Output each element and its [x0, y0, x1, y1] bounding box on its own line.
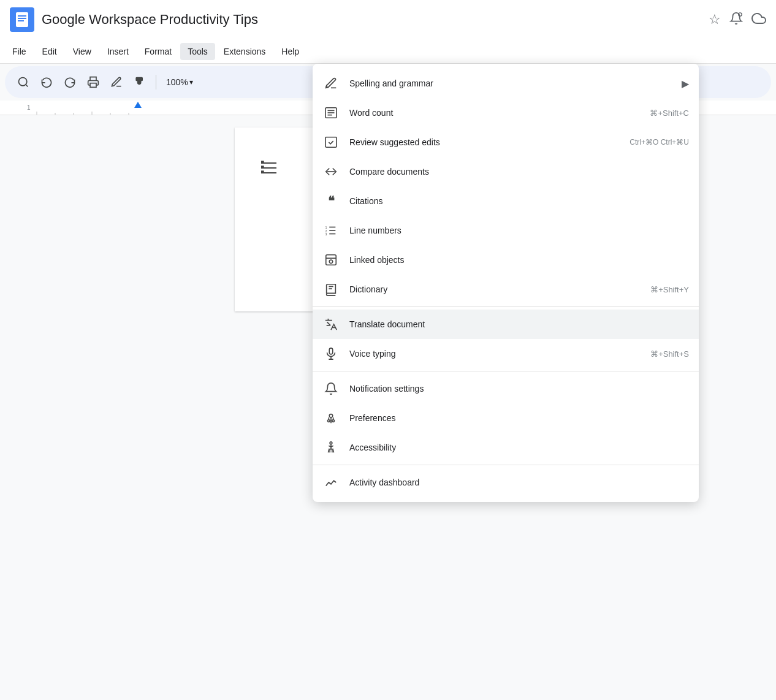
svg-rect-20 [262, 171, 264, 173]
bell-icon[interactable] [729, 12, 743, 28]
accessibility-label: Accessibility [349, 443, 689, 452]
separator-1 [313, 306, 699, 307]
citations-label: Citations [349, 196, 689, 206]
cloud-icon[interactable] [751, 11, 766, 29]
menu-item-translate[interactable]: Translate document [313, 310, 699, 339]
app-icon [10, 7, 34, 32]
menu-item-compare-docs[interactable]: Compare documents [313, 157, 699, 186]
zoom-value: 100% [166, 77, 188, 87]
menu-item-linked-objects[interactable]: Linked objects [313, 245, 699, 275]
menu-item-spelling-grammar[interactable]: A Spelling and grammar ▶ [313, 69, 699, 98]
title-bar: Google Workspace Productivity Tips ☆ [0, 0, 776, 39]
menu-item-word-count[interactable]: Word count ⌘+Shift+C [313, 98, 699, 127]
voice-typing-shortcut: ⌘+Shift+S [650, 349, 689, 359]
star-icon[interactable]: ☆ [709, 12, 721, 28]
activity-dashboard-icon [322, 474, 340, 491]
linked-objects-icon [322, 251, 340, 268]
doc-title: Google Workspace Productivity Tips [42, 12, 701, 28]
menu-item-preferences[interactable]: Preferences [313, 403, 699, 433]
menu-item-voice-typing[interactable]: Voice typing ⌘+Shift+S [313, 339, 699, 368]
menu-item-insert[interactable]: Insert [100, 43, 136, 60]
menu-item-line-numbers[interactable]: 1 2 3 Line numbers [313, 216, 699, 245]
linked-objects-label: Linked objects [349, 255, 689, 265]
menu-item-help[interactable]: Help [274, 43, 306, 60]
menu-bar: File Edit View Insert Format Tools Exten… [0, 39, 776, 64]
translate-label: Translate document [349, 319, 689, 329]
paint-format-button[interactable] [129, 71, 151, 93]
translate-icon [322, 316, 340, 333]
title-icons: ☆ [709, 11, 766, 29]
notifications-icon [322, 380, 340, 397]
word-count-label: Word count [349, 108, 640, 118]
zoom-control[interactable]: 100% ▾ [161, 75, 198, 89]
menu-item-edit[interactable]: Edit [35, 43, 64, 60]
separator-3 [313, 465, 699, 465]
svg-point-39 [328, 420, 330, 422]
menu-item-view[interactable]: View [66, 43, 99, 60]
tools-dropdown-menu: A Spelling and grammar ▶ Word count ⌘+Sh… [313, 64, 699, 502]
voice-typing-label: Voice typing [349, 349, 641, 359]
search-icon [17, 76, 29, 88]
line-numbers-icon: 1 2 3 [322, 222, 340, 239]
menu-item-dictionary[interactable]: Dictionary ⌘+Shift+Y [313, 275, 699, 304]
svg-marker-14 [134, 102, 142, 108]
review-edits-shortcut: Ctrl+⌘O Ctrl+⌘U [630, 138, 689, 146]
review-edits-icon [322, 134, 340, 151]
word-count-icon [322, 104, 340, 121]
spelling-grammar-label: Spelling and grammar [349, 78, 672, 88]
svg-text:2: 2 [325, 230, 327, 233]
zoom-dropdown-icon: ▾ [189, 78, 193, 86]
undo-icon [40, 76, 53, 88]
voice-typing-icon [322, 345, 340, 362]
svg-text:A: A [325, 84, 329, 88]
spellcheck-icon [110, 76, 123, 88]
menu-item-format[interactable]: Format [137, 43, 179, 60]
svg-point-40 [332, 420, 335, 422]
search-button[interactable] [12, 71, 34, 93]
svg-rect-4 [18, 20, 24, 21]
paint-format-icon [134, 76, 146, 88]
separator-2 [313, 371, 699, 371]
undo-button[interactable] [36, 71, 58, 93]
spelling-grammar-arrow: ▶ [682, 78, 689, 89]
print-button[interactable] [82, 71, 104, 93]
accessibility-icon [322, 439, 340, 456]
print-icon [87, 76, 99, 88]
word-count-shortcut: ⌘+Shift+C [650, 108, 689, 118]
svg-rect-19 [262, 166, 264, 168]
svg-rect-18 [262, 161, 264, 163]
svg-rect-1 [16, 12, 28, 27]
svg-line-45 [328, 449, 329, 452]
menu-item-extensions[interactable]: Extensions [216, 43, 273, 60]
spelling-grammar-icon: A [322, 75, 340, 92]
menu-item-tools[interactable]: Tools [180, 43, 215, 60]
line-numbers-label: Line numbers [349, 226, 689, 235]
spellcheck-button[interactable] [105, 71, 127, 93]
menu-item-notifications[interactable]: Notification settings [313, 374, 699, 403]
menu-item-activity-dashboard[interactable]: Activity dashboard [313, 468, 699, 497]
svg-line-46 [333, 449, 334, 452]
preferences-icon [322, 409, 340, 427]
preferences-label: Preferences [349, 413, 689, 423]
redo-icon [64, 76, 76, 88]
svg-rect-26 [325, 137, 337, 148]
svg-rect-2 [18, 15, 26, 17]
svg-point-34 [329, 260, 333, 264]
menu-item-review-edits[interactable]: Review suggested edits Ctrl+⌘O Ctrl+⌘U [313, 127, 699, 157]
dictionary-icon [322, 281, 340, 298]
citations-icon: ❝ [322, 192, 340, 210]
dictionary-shortcut: ⌘+Shift+Y [650, 285, 689, 294]
menu-item-file[interactable]: File [5, 43, 34, 60]
menu-item-accessibility[interactable]: Accessibility [313, 433, 699, 462]
svg-rect-7 [90, 83, 96, 88]
svg-point-38 [329, 414, 333, 418]
svg-point-6 [19, 78, 27, 86]
svg-text:1: 1 [325, 226, 327, 229]
svg-point-43 [330, 442, 332, 444]
compare-docs-icon [322, 163, 340, 180]
review-edits-label: Review suggested edits [349, 137, 620, 147]
svg-text:3: 3 [325, 233, 327, 236]
toolbar-divider-1 [156, 75, 156, 89]
redo-button[interactable] [59, 71, 81, 93]
menu-item-citations[interactable]: ❝ Citations [313, 186, 699, 216]
